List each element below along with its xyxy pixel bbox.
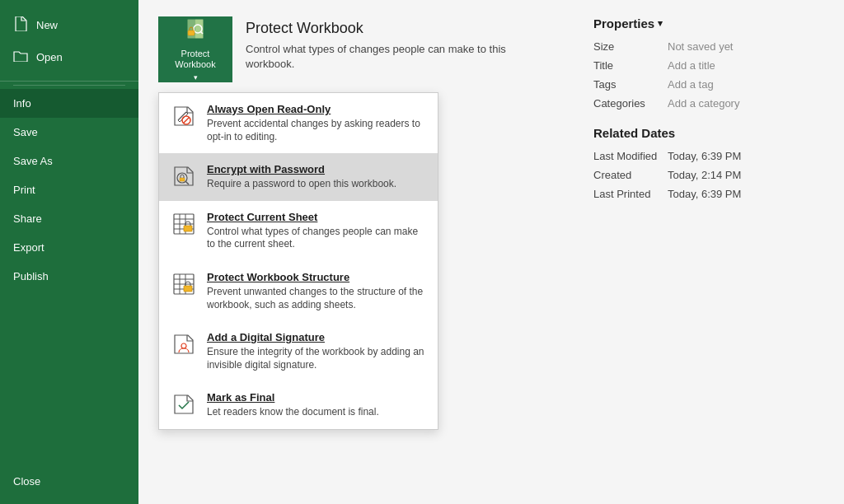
dropdown-item-protect-sheet-text: Protect Current Sheet Control what types… <box>207 211 426 251</box>
sidebar-item-print[interactable]: Print <box>0 175 138 204</box>
dropdown-item-read-only[interactable]: Always Open Read-Only Prevent accidental… <box>159 93 438 153</box>
prop-value-size: Not saved yet <box>668 40 734 53</box>
property-row-title: Title Add a title <box>593 59 824 72</box>
dropdown-item-digital-sig-text: Add a Digital Signature Ensure the integ… <box>207 331 426 371</box>
properties-chevron-icon: ▾ <box>658 18 663 29</box>
sidebar-label-open: Open <box>36 51 63 63</box>
sidebar-item-save-as[interactable]: Save As <box>0 147 138 175</box>
protect-label-1: Protect <box>181 49 210 58</box>
sidebar-item-open[interactable]: Open <box>0 42 138 72</box>
sidebar-label-info: Info <box>13 97 31 110</box>
date-row-printed: Last Printed Today, 6:39 PM <box>593 188 824 200</box>
dropdown-item-protect-sheet-title: Protect Current Sheet <box>207 211 426 223</box>
sidebar-label-new: New <box>36 19 58 31</box>
sidebar-label-save-as: Save As <box>13 155 53 167</box>
dropdown-item-protect-structure[interactable]: Protect Workbook Structure Prevent unwan… <box>159 261 438 321</box>
sidebar-label-share: Share <box>13 212 42 225</box>
dropdown-item-protect-sheet[interactable]: Protect Current Sheet Control what types… <box>159 201 438 261</box>
dropdown-item-protect-sheet-desc: Control what types of changes people can… <box>207 226 426 251</box>
new-document-icon <box>13 16 28 34</box>
sidebar-bottom: Close <box>0 467 138 504</box>
properties-header: Properties ▾ <box>593 16 824 30</box>
protect-sheet-icon <box>171 211 197 237</box>
dropdown-item-protect-structure-desc: Prevent unwanted changes to the structur… <box>207 286 426 311</box>
sidebar-divider <box>13 85 125 86</box>
date-label-printed: Last Printed <box>593 188 668 200</box>
properties-table: Size Not saved yet Title Add a title Tag… <box>593 40 824 110</box>
protect-description: Protect Workbook Control what types of c… <box>246 16 509 72</box>
dropdown-item-mark-final-title: Mark as Final <box>207 391 379 404</box>
prop-value-tags[interactable]: Add a tag <box>668 78 714 91</box>
related-dates-header: Related Dates <box>593 126 824 140</box>
dropdown-item-mark-final-desc: Let readers know the document is final. <box>207 406 379 419</box>
protect-structure-icon <box>171 271 197 297</box>
prop-label-categories: Categories <box>593 97 668 110</box>
protect-workbook-title: Protect Workbook <box>246 20 509 37</box>
dropdown-item-read-only-desc: Prevent accidental changes by asking rea… <box>207 118 426 143</box>
sidebar-item-close[interactable]: Close <box>0 467 138 496</box>
svg-rect-17 <box>184 226 192 231</box>
date-value-created: Today, 2:14 PM <box>668 169 741 181</box>
prop-value-categories[interactable]: Add a category <box>668 97 739 110</box>
prop-label-tags: Tags <box>593 78 668 91</box>
digital-signature-icon <box>171 331 197 357</box>
protect-dropdown-menu: Always Open Read-Only Prevent accidental… <box>158 92 438 430</box>
sidebar-label-export: Export <box>13 241 45 254</box>
dropdown-item-encrypt[interactable]: Encrypt with Password Require a password… <box>159 153 438 201</box>
open-folder-icon <box>13 50 28 64</box>
sidebar-item-share[interactable]: Share <box>0 204 138 233</box>
svg-rect-24 <box>184 286 192 292</box>
prop-value-title[interactable]: Add a title <box>668 59 715 72</box>
sidebar-item-save[interactable]: Save <box>0 118 138 147</box>
info-area: Protect Workbook ▾ Protect Workbook Cont… <box>138 0 844 504</box>
dropdown-item-encrypt-title: Encrypt with Password <box>207 163 396 175</box>
prop-label-size: Size <box>593 40 668 53</box>
property-row-tags: Tags Add a tag <box>593 78 824 91</box>
sidebar-top: New Open <box>0 0 138 82</box>
encrypt-icon <box>171 163 197 189</box>
prop-label-title: Title <box>593 59 668 72</box>
sidebar-label-publish: Publish <box>13 270 49 282</box>
dropdown-item-digital-sig[interactable]: Add a Digital Signature Ensure the integ… <box>159 321 438 381</box>
dropdown-item-mark-final-text: Mark as Final Let readers know the docum… <box>207 391 379 419</box>
dropdown-item-encrypt-desc: Require a password to open this workbook… <box>207 178 396 191</box>
main-content: Protect Workbook ▾ Protect Workbook Cont… <box>138 0 844 504</box>
property-row-size: Size Not saved yet <box>593 40 824 53</box>
date-row-created: Created Today, 2:14 PM <box>593 169 824 181</box>
right-panel: Properties ▾ Size Not saved yet Title Ad… <box>593 16 824 488</box>
date-label-created: Created <box>593 169 668 181</box>
properties-title: Properties <box>593 16 654 30</box>
sidebar-item-info[interactable]: Info <box>0 89 138 118</box>
sidebar-label-close: Close <box>13 475 40 488</box>
sidebar-label-print: Print <box>13 184 35 196</box>
dropdown-item-read-only-text: Always Open Read-Only Prevent accidental… <box>207 103 426 143</box>
protect-workbook-icon <box>184 17 207 45</box>
related-dates-table: Last Modified Today, 6:39 PM Created Tod… <box>593 150 824 200</box>
protect-workbook-desc: Control what types of changes people can… <box>246 42 509 72</box>
date-value-printed: Today, 6:39 PM <box>668 188 741 200</box>
sidebar-item-new[interactable]: New <box>0 8 138 42</box>
dropdown-item-digital-sig-desc: Ensure the integrity of the workbook by … <box>207 346 426 371</box>
date-row-modified: Last Modified Today, 6:39 PM <box>593 150 824 162</box>
sidebar-label-save: Save <box>13 126 38 138</box>
dropdown-item-protect-structure-title: Protect Workbook Structure <box>207 271 426 283</box>
dropdown-item-encrypt-text: Encrypt with Password Require a password… <box>207 163 396 191</box>
protect-section: Protect Workbook ▾ Protect Workbook Cont… <box>158 16 577 82</box>
protect-label-2: Workbook <box>175 59 215 69</box>
svg-line-9 <box>186 182 190 185</box>
date-label-modified: Last Modified <box>593 150 668 162</box>
protect-button-label: Protect Workbook <box>175 49 215 70</box>
protect-dropdown-arrow-icon: ▾ <box>194 73 198 82</box>
svg-point-25 <box>181 343 186 348</box>
sidebar-item-export[interactable]: Export <box>0 233 138 262</box>
sidebar: New Open Info Save Save As Print Share E… <box>0 0 138 504</box>
protect-workbook-button[interactable]: Protect Workbook ▾ <box>158 16 232 82</box>
mark-final-icon <box>171 391 197 418</box>
svg-rect-10 <box>180 178 185 181</box>
dropdown-item-read-only-title: Always Open Read-Only <box>207 103 426 115</box>
dropdown-item-protect-structure-text: Protect Workbook Structure Prevent unwan… <box>207 271 426 311</box>
dropdown-item-mark-final[interactable]: Mark as Final Let readers know the docum… <box>159 381 438 429</box>
date-value-modified: Today, 6:39 PM <box>668 150 741 162</box>
sidebar-item-publish[interactable]: Publish <box>0 262 138 291</box>
property-row-categories: Categories Add a category <box>593 97 824 110</box>
